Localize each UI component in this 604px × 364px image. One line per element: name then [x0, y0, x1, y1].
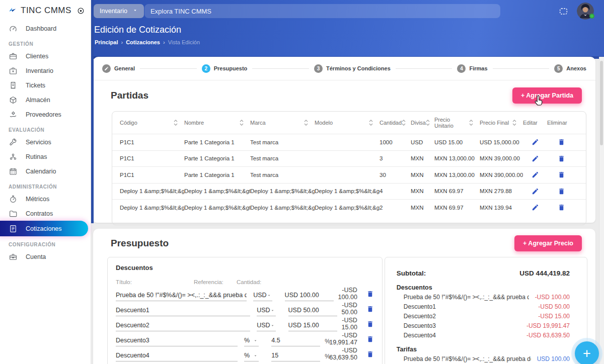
descuento-cantidad-input[interactable]: [271, 351, 320, 361]
sort-icon[interactable]: [369, 119, 373, 126]
brand: TINC CMMS: [0, 0, 91, 19]
referencia-select[interactable]: USD: [257, 321, 275, 331]
step-firmas[interactable]: 4 Firmas: [457, 64, 487, 73]
breadcrumb-cotizaciones[interactable]: Cotizaciones: [126, 39, 160, 45]
delete-row-button[interactable]: [557, 203, 566, 212]
sidebar-item-label: Cotizaciones: [26, 225, 62, 232]
sidebar-toggle-icon[interactable]: [77, 7, 85, 15]
inventory-box-icon: [9, 66, 18, 75]
column-header-divisa[interactable]: Divisa: [411, 119, 434, 126]
sort-icon[interactable]: [402, 119, 406, 126]
step-presupuesto[interactable]: 2 Presupuesto: [202, 64, 248, 73]
column-header-nombre[interactable]: Nombre: [184, 119, 250, 126]
add-partida-button[interactable]: + Agregar Partida: [512, 87, 582, 104]
vertical-scrollbar[interactable]: [599, 57, 604, 364]
sidebar-item-clientes[interactable]: Clientes: [0, 49, 91, 63]
user-avatar[interactable]: [577, 3, 594, 20]
step-connector: [396, 68, 452, 69]
step-connector: [252, 68, 309, 69]
column-header-precio-final[interactable]: Precio Final: [480, 119, 523, 126]
descuento-titulo-input[interactable]: [116, 321, 250, 331]
sort-icon[interactable]: [426, 119, 430, 126]
descuento-titulo-input[interactable]: [116, 336, 238, 346]
edit-row-button[interactable]: [531, 170, 540, 179]
referencia-select[interactable]: %: [244, 336, 259, 346]
sort-icon[interactable]: [304, 119, 308, 126]
global-search[interactable]: [144, 4, 500, 18]
sidebar-item-rutinas[interactable]: Rutinas: [0, 149, 91, 164]
sort-icon[interactable]: [469, 119, 473, 126]
descuento-titulo-input[interactable]: [116, 351, 238, 361]
sidebar-item-servicios[interactable]: Servicios: [0, 135, 91, 149]
cell-divisa: USD: [411, 139, 434, 145]
descuento-row: USD -USD 50.00: [116, 301, 375, 316]
sidebar-item-metricos[interactable]: Métricos: [0, 192, 91, 206]
sidebar-item-tickets[interactable]: Tickets: [0, 78, 91, 93]
select-area-icon[interactable]: [559, 8, 568, 15]
referencia-select[interactable]: %: [244, 351, 259, 361]
sort-icon[interactable]: [174, 119, 178, 126]
descuento-cantidad-input[interactable]: [288, 306, 337, 316]
delete-row-button[interactable]: [557, 137, 566, 147]
column-header-precio-unitario[interactable]: Precio Unitario: [434, 117, 480, 129]
edit-row-button[interactable]: [531, 154, 540, 163]
descuentos-heading: Descuentos: [116, 264, 375, 271]
delete-descuento-button[interactable]: [365, 304, 375, 314]
delete-descuento-button[interactable]: [365, 289, 375, 299]
sidebar-item-cotizaciones[interactable]: Cotizaciones: [0, 221, 88, 236]
app-logo-icon: [8, 6, 17, 16]
module-selector-label: Inventario: [100, 8, 127, 15]
sidebar-item-cuenta[interactable]: Cuenta: [0, 249, 91, 264]
descuento-titulo-input[interactable]: [116, 291, 247, 301]
edit-row-button[interactable]: [531, 187, 540, 196]
sidebar-item-almacen[interactable]: Almacén: [0, 93, 91, 107]
step-done-pencil-icon: [102, 64, 111, 73]
descuento-importe: -USD 50.00: [342, 302, 365, 316]
column-header-marca[interactable]: Marca: [250, 119, 315, 126]
delete-row-button[interactable]: [557, 170, 566, 179]
sidebar-item-dashboard[interactable]: Dashboard: [0, 21, 91, 36]
descuento-cantidad-input[interactable]: [285, 291, 334, 301]
fab-add-button[interactable]: +: [575, 341, 599, 364]
chevron-down-icon: [132, 8, 138, 15]
add-precio-button[interactable]: + Agregar Precio: [514, 235, 582, 251]
delete-descuento-button[interactable]: [365, 349, 375, 359]
cell-nombre: Deploy 1 &amp;$%&lt;&gt;: [184, 205, 250, 211]
breadcrumb-principal[interactable]: Principal: [95, 39, 118, 45]
cell-nombre: Parte 1 Categoria 1: [184, 139, 250, 145]
sort-icon[interactable]: [240, 119, 244, 126]
descuento-titulo-input[interactable]: [116, 306, 250, 316]
page-title: Edición de Cotización: [94, 25, 604, 35]
step-terminos[interactable]: 3 Términos y Condiciones: [314, 64, 391, 73]
module-selector-dropdown[interactable]: Inventario: [94, 4, 144, 18]
search-input[interactable]: [150, 8, 494, 15]
sidebar-item-inventario[interactable]: Inventario: [0, 63, 91, 78]
cell-codigo: P1C1: [120, 155, 184, 161]
delete-descuento-button[interactable]: [365, 319, 375, 329]
edit-row-button[interactable]: [531, 137, 540, 147]
delete-row-button[interactable]: [557, 187, 566, 196]
step-general[interactable]: General: [102, 64, 135, 73]
cell-divisa: MXN: [411, 155, 434, 161]
table-row: P1C1 Parte 1 Categoria 1 Test marca 30 M…: [112, 166, 586, 183]
scrollbar-thumb[interactable]: [600, 61, 603, 145]
descuento-cantidad-input[interactable]: [288, 321, 337, 331]
sidebar-item-proveedores[interactable]: Proveedores: [0, 107, 91, 122]
edit-row-button[interactable]: [531, 203, 540, 212]
sidebar-item-calendario[interactable]: Calendario: [0, 164, 91, 178]
delete-descuento-button[interactable]: [365, 334, 375, 344]
cell-divisa: MXN: [411, 172, 434, 178]
sort-icon[interactable]: [512, 119, 516, 126]
referencia-select[interactable]: USD: [257, 306, 275, 316]
column-header-modelo[interactable]: Modelo: [315, 119, 380, 126]
step-anexos[interactable]: 5 Anexos: [554, 64, 586, 73]
column-header-codigo[interactable]: Código: [120, 119, 184, 126]
step-number: 2: [202, 64, 210, 73]
sidebar-item-label: Proveedores: [26, 111, 61, 118]
referencia-select[interactable]: USD: [253, 291, 272, 301]
delete-row-button[interactable]: [557, 154, 566, 163]
column-header-cantidad[interactable]: Cantidad: [380, 119, 411, 126]
descuento-cantidad-input[interactable]: [271, 336, 320, 346]
sidebar-group-evaluacion: EVALUACIÓN: [9, 127, 91, 133]
sidebar-item-contratos[interactable]: Contratos: [0, 206, 91, 221]
